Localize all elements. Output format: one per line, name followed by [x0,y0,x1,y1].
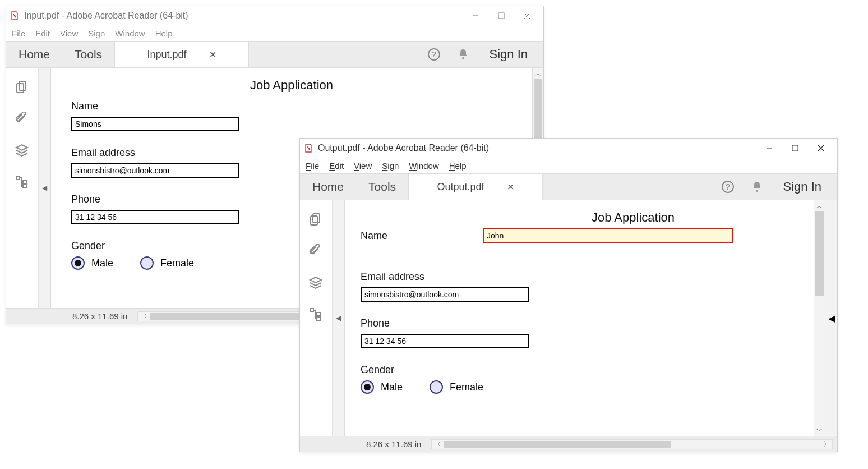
maximize-button[interactable] [782,140,808,157]
gender-label: Gender [361,364,793,376]
email-label: Email address [361,271,793,283]
home-button[interactable]: Home [300,174,356,200]
male-label: Male [91,258,113,269]
phone-label: Phone [361,318,793,329]
close-button[interactable] [514,7,540,24]
page-dimensions: 8.26 x 11.69 in [62,311,137,321]
document-tab[interactable]: Input.pdf ✕ [114,42,249,67]
vertical-scrollbar[interactable]: ︿ ﹀ [814,200,825,436]
maximize-button[interactable] [488,7,514,24]
name-label: Name [361,230,387,242]
menu-view[interactable]: View [60,29,78,38]
email-field[interactable] [71,163,239,178]
phone-field[interactable] [71,210,239,224]
minimize-button[interactable] [463,7,488,24]
svg-text:?: ? [726,182,730,191]
form-title: Job Application [71,78,512,93]
pages-icon[interactable] [308,213,324,228]
window-title: Input.pdf - Adobe Acrobat Reader (64-bit… [24,11,188,21]
help-icon[interactable]: ? [426,46,442,63]
menu-help[interactable]: Help [155,29,173,38]
svg-point-18 [756,190,758,192]
window-output: Output.pdf - Adobe Acrobat Reader (64-bi… [299,138,838,452]
menu-sign[interactable]: Sign [382,161,399,171]
statusbar: 8.26 x 11.69 in 〈 〉 [300,436,837,452]
left-tool-panel [300,200,333,436]
menubar: File Edit View Sign Window Help [6,25,543,41]
svg-rect-7 [17,84,24,93]
scroll-thumb[interactable] [815,211,824,296]
collapse-right-bar[interactable]: ◀ [825,200,837,436]
svg-rect-13 [792,145,798,151]
scroll-right-icon[interactable]: 〉 [821,440,832,448]
female-radio[interactable] [140,256,154,270]
hscroll-thumb[interactable] [444,441,671,448]
layers-icon[interactable] [308,275,324,291]
scroll-up-icon[interactable]: ︿ [814,200,825,211]
svg-rect-10 [23,180,26,183]
menubar: File Edit View Sign Window Help [300,158,837,173]
tree-icon[interactable] [308,307,324,323]
female-radio[interactable] [430,380,443,394]
signin-button[interactable]: Sign In [778,180,828,194]
svg-rect-9 [16,176,20,180]
toolbar: Home Tools Output.pdf ✕ ? Sign In [300,173,837,200]
menu-view[interactable]: View [354,161,372,171]
toolbar: Home Tools Input.pdf ✕ ? Sign In [6,41,543,68]
svg-rect-23 [317,317,320,320]
layers-icon[interactable] [15,143,30,159]
close-button[interactable] [808,140,834,157]
name-label: Name [71,100,512,112]
svg-rect-19 [311,216,317,225]
close-tab-icon[interactable]: ✕ [507,182,514,192]
scroll-up-icon[interactable]: ︿ [533,68,543,79]
male-radio[interactable] [361,380,374,394]
menu-help[interactable]: Help [449,161,467,171]
menu-file[interactable]: File [306,161,319,171]
page-dimensions: 8.26 x 11.69 in [356,439,431,449]
minimize-button[interactable] [756,140,782,157]
close-tab-icon[interactable]: ✕ [209,49,216,60]
menu-window[interactable]: Window [409,161,438,171]
name-field[interactable] [483,228,733,243]
triangle-left-icon: ◀ [42,184,47,192]
signin-button[interactable]: Sign In [484,47,534,62]
scroll-left-icon[interactable]: 〈 [138,312,149,320]
bell-icon[interactable] [749,178,765,195]
menu-edit[interactable]: Edit [35,29,50,38]
phone-field[interactable] [361,334,529,348]
male-radio[interactable] [71,256,85,270]
help-icon[interactable]: ? [719,178,736,195]
svg-rect-21 [310,309,313,312]
name-field[interactable] [71,117,239,131]
main-area: ◀ Job Application Name Email address Pho… [300,200,837,436]
document-tab-label: Input.pdf [147,49,187,61]
titlebar: Output.pdf - Adobe Acrobat Reader (64-bi… [300,139,837,158]
collapse-left-bar[interactable]: ◀ [39,68,51,308]
svg-point-6 [462,57,464,59]
triangle-left-icon: ◀ [336,314,341,322]
email-field[interactable] [361,287,529,302]
bell-icon[interactable] [455,46,472,63]
document-tab[interactable]: Output.pdf ✕ [408,174,543,200]
menu-edit[interactable]: Edit [329,161,344,171]
female-label: Female [450,381,483,393]
collapse-left-bar[interactable]: ◀ [333,200,345,436]
form-title: Job Application [473,210,793,225]
svg-rect-8 [19,81,26,90]
attachment-icon[interactable] [15,112,30,127]
attachment-icon[interactable] [308,244,324,260]
horizontal-scrollbar[interactable]: 〈 〉 [431,439,833,449]
pages-icon[interactable] [15,80,30,96]
scroll-down-icon[interactable]: ﹀ [814,425,825,436]
scroll-left-icon[interactable]: 〈 [432,440,443,448]
svg-rect-20 [313,214,320,223]
menu-file[interactable]: File [12,29,25,38]
home-button[interactable]: Home [6,42,62,67]
document-content: Job Application Name Email address Phone [345,200,825,436]
tree-icon[interactable] [15,174,30,190]
menu-sign[interactable]: Sign [88,29,105,38]
tools-button[interactable]: Tools [356,174,408,200]
menu-window[interactable]: Window [115,29,145,38]
tools-button[interactable]: Tools [62,42,114,67]
